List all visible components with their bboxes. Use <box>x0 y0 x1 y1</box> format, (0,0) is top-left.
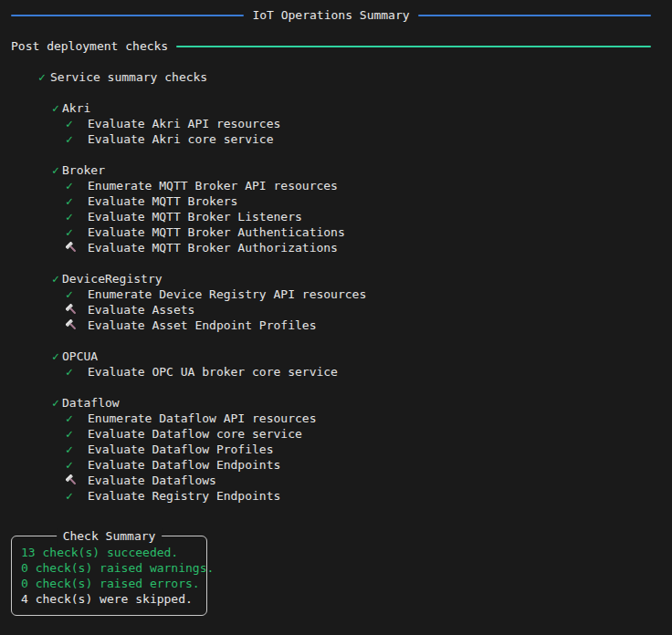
check-summary-title: Check Summary <box>57 528 163 544</box>
check-icon: ✓ <box>66 286 88 302</box>
section-rule-line <box>176 46 651 47</box>
check-row-group-3: ✓OPCUA <box>0 349 672 364</box>
check-label: Evaluate Akri API resources <box>88 116 280 131</box>
check-icon: ✓ <box>66 457 88 473</box>
check-label: Evaluate Dataflows <box>88 473 216 488</box>
check-label: DeviceRegistry <box>62 271 163 286</box>
check-label: Broker <box>62 162 105 178</box>
check-label: Enumerate Dataflow API resources <box>88 411 316 426</box>
hammer-icon <box>66 304 88 316</box>
check-icon: ✓ <box>66 178 88 193</box>
section-rule: Post deployment checks <box>11 38 651 54</box>
check-row-group-3-item-0: ✓Evaluate OPC UA broker core service <box>0 364 672 380</box>
check-row-group-4-item-0: ✓Enumerate Dataflow API resources <box>0 411 672 426</box>
hammer-icon <box>66 319 88 331</box>
check-icon: ✓ <box>66 488 88 504</box>
check-row-group-2-item-2: Evaluate Asset Endpoint Profiles <box>0 318 672 333</box>
check-icon: ✓ <box>66 364 88 380</box>
check-icon: ✓ <box>66 209 88 224</box>
check-row-group-0-item-1: ✓Evaluate Akri core service <box>0 131 672 147</box>
check-icon: ✓ <box>66 426 88 442</box>
check-row-group-1-item-2: ✓Evaluate MQTT Broker Listeners <box>0 209 672 224</box>
check-row-group-4-item-2: ✓Evaluate Dataflow Profiles <box>0 442 672 457</box>
section-title: Post deployment checks <box>11 38 176 54</box>
check-label: Evaluate Registry Endpoints <box>88 488 280 504</box>
check-icon: ✓ <box>52 162 62 178</box>
check-icon: ✓ <box>66 193 88 209</box>
check-row-group-2: ✓DeviceRegistry <box>0 271 672 286</box>
check-label: Evaluate MQTT Broker Authorizations <box>88 240 338 255</box>
check-label: Evaluate Akri core service <box>88 131 274 147</box>
hammer-icon <box>66 474 88 486</box>
check-label: Evaluate MQTT Broker Authentications <box>88 224 345 240</box>
check-label: Service summary checks <box>50 69 207 85</box>
check-row-group-0: ✓Akri <box>0 100 672 116</box>
check-label: Akri <box>62 100 90 116</box>
check-label: Evaluate MQTT Broker Listeners <box>88 209 302 224</box>
check-label: Evaluate Dataflow Profiles <box>88 442 274 457</box>
check-label: OPCUA <box>62 349 98 364</box>
check-icon: ✓ <box>66 442 88 457</box>
check-row-group-1: ✓Broker <box>0 162 672 178</box>
check-icon: ✓ <box>66 116 88 131</box>
check-row-group-0-item-0: ✓Evaluate Akri API resources <box>0 116 672 131</box>
page-title: IoT Operations Summary <box>244 7 417 23</box>
check-icon: ✓ <box>52 395 62 411</box>
check-label: Evaluate MQTT Brokers <box>88 193 237 209</box>
check-row-group-1-item-1: ✓Evaluate MQTT Brokers <box>0 193 672 209</box>
summary-line-1: 0 check(s) raised warnings. <box>21 560 197 576</box>
check-row-group-1-item-3: ✓Evaluate MQTT Broker Authentications <box>0 224 672 240</box>
check-label: Enumerate Device Registry API resources <box>88 286 366 302</box>
summary-line-2: 0 check(s) raised errors. <box>21 576 197 591</box>
check-label: Evaluate Dataflow core service <box>88 426 302 442</box>
check-row-root: ✓Service summary checks <box>0 69 672 85</box>
check-label: Evaluate OPC UA broker core service <box>88 364 338 380</box>
check-row-group-1-item-4: Evaluate MQTT Broker Authorizations <box>0 240 672 255</box>
check-icon: ✓ <box>66 131 88 147</box>
check-summary-panel: Check Summary 13 check(s) succeeded.0 ch… <box>11 536 207 616</box>
check-row-group-4-item-5: ✓Evaluate Registry Endpoints <box>0 488 672 504</box>
check-row-group-4-item-1: ✓Evaluate Dataflow core service <box>0 426 672 442</box>
check-icon: ✓ <box>66 224 88 240</box>
check-label: Enumerate MQTT Broker API resources <box>88 178 338 193</box>
check-icon: ✓ <box>66 411 88 426</box>
check-icon: ✓ <box>52 100 62 116</box>
header-rule-left-line <box>11 15 244 16</box>
check-row-group-4-item-3: ✓Evaluate Dataflow Endpoints <box>0 457 672 473</box>
summary-line-0: 13 check(s) succeeded. <box>21 545 197 560</box>
header-rule-right-line <box>418 15 651 16</box>
check-row-group-4: ✓Dataflow <box>0 395 672 411</box>
check-label: Evaluate Asset Endpoint Profiles <box>88 318 316 333</box>
check-label: Evaluate Dataflow Endpoints <box>88 457 280 473</box>
check-icon: ✓ <box>52 349 62 364</box>
header-rule: IoT Operations Summary <box>11 7 651 23</box>
check-icon: ✓ <box>38 69 50 85</box>
check-icon: ✓ <box>52 271 62 286</box>
check-row-group-2-item-1: Evaluate Assets <box>0 302 672 318</box>
check-summary-lines: 13 check(s) succeeded.0 check(s) raised … <box>21 545 197 607</box>
check-row-group-2-item-0: ✓Enumerate Device Registry API resources <box>0 286 672 302</box>
check-label: Evaluate Assets <box>88 302 194 318</box>
summary-line-3: 4 check(s) were skipped. <box>21 591 197 607</box>
check-row-group-4-item-4: Evaluate Dataflows <box>0 473 672 488</box>
check-label: Dataflow <box>62 395 120 411</box>
hammer-icon <box>66 242 88 254</box>
check-row-group-1-item-0: ✓Enumerate MQTT Broker API resources <box>0 178 672 193</box>
check-tree: ✓Service summary checks✓Akri✓Evaluate Ak… <box>0 69 672 504</box>
